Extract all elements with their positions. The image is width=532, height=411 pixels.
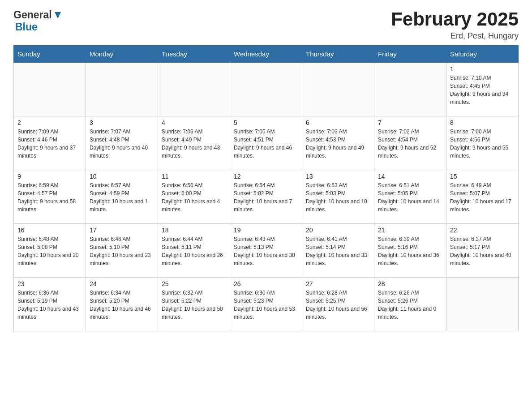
day-number: 27 — [306, 280, 370, 287]
calendar-day: 21Sunrise: 6:39 AM Sunset: 5:16 PM Dayli… — [374, 224, 446, 278]
calendar-day — [158, 63, 230, 116]
calendar-day: 25Sunrise: 6:32 AM Sunset: 5:22 PM Dayli… — [158, 278, 230, 331]
week-row-1: 2Sunrise: 7:09 AM Sunset: 4:46 PM Daylig… — [14, 116, 519, 170]
header-row: Sunday Monday Tuesday Wednesday Thursday… — [14, 46, 519, 63]
day-number: 15 — [450, 173, 515, 180]
day-info: Sunrise: 6:48 AM Sunset: 5:08 PM Dayligh… — [17, 235, 82, 267]
day-info: Sunrise: 6:51 AM Sunset: 5:05 PM Dayligh… — [378, 181, 442, 214]
week-row-2: 9Sunrise: 6:59 AM Sunset: 4:57 PM Daylig… — [14, 170, 519, 224]
day-number: 16 — [17, 227, 82, 234]
day-info: Sunrise: 6:30 AM Sunset: 5:23 PM Dayligh… — [234, 289, 298, 321]
week-row-3: 16Sunrise: 6:48 AM Sunset: 5:08 PM Dayli… — [14, 224, 519, 278]
col-monday: Monday — [86, 46, 158, 63]
day-number: 25 — [162, 280, 226, 287]
day-info: Sunrise: 6:56 AM Sunset: 5:00 PM Dayligh… — [162, 181, 226, 214]
day-info: Sunrise: 7:10 AM Sunset: 4:45 PM Dayligh… — [450, 74, 515, 106]
day-number: 11 — [162, 173, 226, 180]
logo: General Blue — [13, 9, 63, 33]
day-info: Sunrise: 6:36 AM Sunset: 5:19 PM Dayligh… — [17, 289, 82, 321]
calendar-header: Sunday Monday Tuesday Wednesday Thursday… — [14, 46, 519, 63]
day-info: Sunrise: 7:06 AM Sunset: 4:49 PM Dayligh… — [162, 128, 226, 160]
day-info: Sunrise: 7:07 AM Sunset: 4:48 PM Dayligh… — [90, 128, 154, 160]
day-number: 24 — [90, 280, 154, 287]
day-number: 8 — [450, 119, 515, 126]
title-section: February 2025 Erd, Pest, Hungary — [391, 9, 519, 41]
day-info: Sunrise: 6:53 AM Sunset: 5:03 PM Dayligh… — [306, 181, 370, 214]
day-number: 7 — [378, 119, 442, 126]
day-info: Sunrise: 6:37 AM Sunset: 5:17 PM Dayligh… — [450, 235, 515, 267]
day-number: 10 — [90, 173, 154, 180]
day-number: 20 — [306, 227, 370, 234]
calendar-day: 2Sunrise: 7:09 AM Sunset: 4:46 PM Daylig… — [14, 116, 86, 170]
calendar-day — [86, 63, 158, 116]
col-friday: Friday — [374, 46, 446, 63]
day-number: 9 — [17, 173, 82, 180]
col-wednesday: Wednesday — [230, 46, 302, 63]
page-header: General Blue February 2025 Erd, Pest, Hu… — [13, 9, 519, 41]
calendar-day: 9Sunrise: 6:59 AM Sunset: 4:57 PM Daylig… — [14, 170, 86, 224]
day-number: 17 — [90, 227, 154, 234]
calendar-day — [446, 278, 519, 331]
calendar-day: 10Sunrise: 6:57 AM Sunset: 4:59 PM Dayli… — [86, 170, 158, 224]
day-number: 1 — [450, 65, 515, 73]
day-number: 12 — [234, 173, 298, 180]
col-sunday: Sunday — [14, 46, 86, 63]
calendar-day — [302, 63, 374, 116]
day-number: 21 — [378, 227, 442, 234]
calendar-day: 27Sunrise: 6:28 AM Sunset: 5:25 PM Dayli… — [302, 278, 374, 331]
svg-marker-0 — [55, 12, 61, 18]
calendar-day: 6Sunrise: 7:03 AM Sunset: 4:53 PM Daylig… — [302, 116, 374, 170]
calendar-day — [230, 63, 302, 116]
logo-arrow-icon — [53, 10, 63, 20]
calendar-day: 17Sunrise: 6:46 AM Sunset: 5:10 PM Dayli… — [86, 224, 158, 278]
day-number: 2 — [17, 119, 82, 126]
day-info: Sunrise: 7:03 AM Sunset: 4:53 PM Dayligh… — [306, 128, 370, 160]
day-info: Sunrise: 7:00 AM Sunset: 4:56 PM Dayligh… — [450, 128, 515, 160]
calendar-day: 16Sunrise: 6:48 AM Sunset: 5:08 PM Dayli… — [14, 224, 86, 278]
calendar-day: 22Sunrise: 6:37 AM Sunset: 5:17 PM Dayli… — [446, 224, 519, 278]
col-thursday: Thursday — [302, 46, 374, 63]
calendar-body: 1Sunrise: 7:10 AM Sunset: 4:45 PM Daylig… — [14, 63, 519, 331]
day-number: 4 — [162, 119, 226, 126]
day-number: 18 — [162, 227, 226, 234]
day-info: Sunrise: 6:59 AM Sunset: 4:57 PM Dayligh… — [17, 181, 82, 214]
day-info: Sunrise: 6:28 AM Sunset: 5:25 PM Dayligh… — [306, 289, 370, 321]
calendar-title: February 2025 — [391, 9, 519, 30]
calendar-day: 11Sunrise: 6:56 AM Sunset: 5:00 PM Dayli… — [158, 170, 230, 224]
calendar-day: 8Sunrise: 7:00 AM Sunset: 4:56 PM Daylig… — [446, 116, 519, 170]
day-number: 13 — [306, 173, 370, 180]
day-info: Sunrise: 7:05 AM Sunset: 4:51 PM Dayligh… — [234, 128, 298, 160]
calendar-day: 20Sunrise: 6:41 AM Sunset: 5:14 PM Dayli… — [302, 224, 374, 278]
week-row-0: 1Sunrise: 7:10 AM Sunset: 4:45 PM Daylig… — [14, 63, 519, 116]
day-number: 14 — [378, 173, 442, 180]
day-info: Sunrise: 6:39 AM Sunset: 5:16 PM Dayligh… — [378, 235, 442, 267]
day-info: Sunrise: 6:32 AM Sunset: 5:22 PM Dayligh… — [162, 289, 226, 321]
day-number: 6 — [306, 119, 370, 126]
day-number: 22 — [450, 227, 515, 234]
logo-general-text: General — [13, 9, 52, 21]
calendar-day — [14, 63, 86, 116]
logo-blue-text: Blue — [15, 21, 38, 33]
calendar-day: 18Sunrise: 6:44 AM Sunset: 5:11 PM Dayli… — [158, 224, 230, 278]
calendar-day: 14Sunrise: 6:51 AM Sunset: 5:05 PM Dayli… — [374, 170, 446, 224]
calendar-day: 19Sunrise: 6:43 AM Sunset: 5:13 PM Dayli… — [230, 224, 302, 278]
day-number: 23 — [17, 280, 82, 287]
day-info: Sunrise: 6:34 AM Sunset: 5:20 PM Dayligh… — [90, 289, 154, 321]
calendar-day: 26Sunrise: 6:30 AM Sunset: 5:23 PM Dayli… — [230, 278, 302, 331]
day-number: 5 — [234, 119, 298, 126]
day-info: Sunrise: 6:41 AM Sunset: 5:14 PM Dayligh… — [306, 235, 370, 267]
calendar-day — [374, 63, 446, 116]
day-info: Sunrise: 6:49 AM Sunset: 5:07 PM Dayligh… — [450, 181, 515, 214]
calendar-day: 1Sunrise: 7:10 AM Sunset: 4:45 PM Daylig… — [446, 63, 519, 116]
day-number: 28 — [378, 280, 442, 287]
calendar-day: 28Sunrise: 6:26 AM Sunset: 5:26 PM Dayli… — [374, 278, 446, 331]
day-number: 26 — [234, 280, 298, 287]
day-info: Sunrise: 7:09 AM Sunset: 4:46 PM Dayligh… — [17, 128, 82, 160]
calendar-day: 24Sunrise: 6:34 AM Sunset: 5:20 PM Dayli… — [86, 278, 158, 331]
day-info: Sunrise: 6:26 AM Sunset: 5:26 PM Dayligh… — [378, 289, 442, 321]
calendar-day: 3Sunrise: 7:07 AM Sunset: 4:48 PM Daylig… — [86, 116, 158, 170]
week-row-4: 23Sunrise: 6:36 AM Sunset: 5:19 PM Dayli… — [14, 278, 519, 331]
day-info: Sunrise: 6:57 AM Sunset: 4:59 PM Dayligh… — [90, 181, 154, 214]
day-info: Sunrise: 6:43 AM Sunset: 5:13 PM Dayligh… — [234, 235, 298, 267]
day-info: Sunrise: 6:44 AM Sunset: 5:11 PM Dayligh… — [162, 235, 226, 267]
